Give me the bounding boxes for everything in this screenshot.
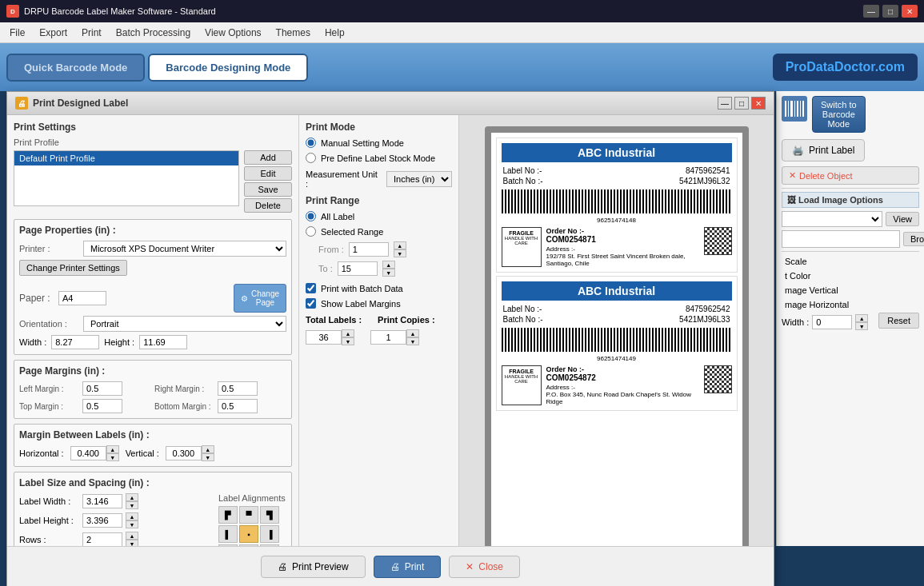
browse-input[interactable] <box>782 230 900 248</box>
print-batch-checkbox[interactable] <box>306 283 316 293</box>
print-label-button[interactable]: 🖨️ Print Label <box>782 139 865 161</box>
add-profile-button[interactable]: Add <box>244 150 292 165</box>
label-width-down[interactable]: ▼ <box>126 501 138 509</box>
change-page-button[interactable]: ⚙ Change Page <box>234 284 286 313</box>
printer-select[interactable]: Microsoft XPS Document Writer <box>83 241 286 257</box>
save-profile-button[interactable]: Save <box>244 182 292 197</box>
maximize-button[interactable]: □ <box>882 5 898 18</box>
label-width-up[interactable]: ▲ <box>126 493 138 501</box>
label1-qr <box>704 227 732 255</box>
horizontal-down-button[interactable]: ▼ <box>106 453 119 461</box>
view-select[interactable] <box>782 211 882 227</box>
barcode-designing-mode-button[interactable]: Barcode Designing Mode <box>148 54 308 82</box>
bottom-margin-input[interactable] <box>218 399 258 413</box>
page-width-input[interactable] <box>51 335 99 349</box>
view-button[interactable]: View <box>886 212 919 226</box>
align-top-right[interactable]: ▜ <box>260 506 279 524</box>
align-mid-center[interactable]: ▪ <box>239 525 258 543</box>
manual-mode-radio[interactable] <box>306 138 316 148</box>
label-height-down[interactable]: ▼ <box>126 520 138 528</box>
vertical-input[interactable] <box>166 446 202 460</box>
dialog-maximize-button[interactable]: □ <box>734 97 749 110</box>
profile-item[interactable]: Default Print Profile <box>14 151 238 165</box>
minimize-button[interactable]: — <box>863 5 879 18</box>
menu-themes[interactable]: Themes <box>270 26 317 40</box>
delete-object-button[interactable]: ✕ Delete Object <box>782 166 919 185</box>
vertical-down-button[interactable]: ▼ <box>202 453 214 461</box>
label2-no-value: 8475962542 <box>686 305 730 313</box>
menu-export[interactable]: Export <box>33 26 74 40</box>
align-top-left[interactable]: ▛ <box>218 506 238 524</box>
horizontal-input[interactable] <box>70 446 106 460</box>
print-copies-input[interactable] <box>370 330 406 345</box>
width-up-button[interactable]: ▲ <box>855 314 868 322</box>
paper-label: Paper : <box>19 293 55 304</box>
dialog-body: Print Settings Print Profile Default Pri… <box>7 115 774 585</box>
total-up[interactable]: ▲ <box>342 329 354 337</box>
manual-mode-row: Manual Setting Mode <box>306 138 452 148</box>
from-down[interactable]: ▼ <box>394 249 406 257</box>
paper-input[interactable] <box>58 291 106 305</box>
width-down-button[interactable]: ▼ <box>855 322 868 330</box>
label1-order: Order No :- COM0254871 Address :- 192/78… <box>546 227 699 267</box>
rows-input[interactable] <box>82 532 122 547</box>
switch-to-barcode-mode-button[interactable]: Switch to Barcode Mode <box>812 96 866 133</box>
titlebar-left: D DRPU Barcode Label Maker Software - St… <box>6 5 216 18</box>
edit-profile-button[interactable]: Edit <box>244 166 292 181</box>
menu-view[interactable]: View Options <box>198 26 267 40</box>
close-app-button[interactable]: ✕ <box>902 5 918 18</box>
align-mid-right[interactable]: ▐ <box>260 525 279 543</box>
print-batch-label: Print with Batch Data <box>321 284 403 293</box>
browse-button[interactable]: Browse <box>903 232 924 246</box>
width-spinner[interactable]: ▲ ▼ <box>855 314 868 330</box>
total-labels-input[interactable] <box>306 330 342 345</box>
delete-profile-button[interactable]: Delete <box>244 198 292 213</box>
menu-file[interactable]: File <box>3 26 31 40</box>
print-settings-title: Print Settings <box>14 122 292 133</box>
reset-button[interactable]: Reset <box>878 313 919 329</box>
load-image-section: 🖼 Load Image Options View Browse Scale <box>782 192 919 330</box>
left-margin-input[interactable] <box>82 381 122 396</box>
copies-up[interactable]: ▲ <box>406 329 419 337</box>
selected-range-radio[interactable] <box>306 226 316 237</box>
orientation-select[interactable]: Portrait <box>83 316 286 332</box>
top-margin-input[interactable] <box>82 399 122 413</box>
menu-print[interactable]: Print <box>75 26 108 40</box>
show-margins-checkbox[interactable] <box>306 298 316 309</box>
to-input[interactable] <box>338 261 378 276</box>
all-label-radio[interactable] <box>306 211 316 221</box>
print-preview-button[interactable]: 🖨 Print Preview <box>261 556 366 578</box>
horizontal-up-button[interactable]: ▲ <box>106 445 119 453</box>
label-height-up[interactable]: ▲ <box>126 512 138 520</box>
align-top-center[interactable]: ▀ <box>239 506 258 524</box>
menu-batch[interactable]: Batch Processing <box>110 26 197 40</box>
label2-no-label: Label No :- <box>503 305 542 313</box>
label2-batch-value: 5421MJ96L33 <box>679 315 730 324</box>
total-down[interactable]: ▼ <box>342 337 354 345</box>
menubar: File Export Print Batch Processing View … <box>0 22 924 43</box>
vertical-up-button[interactable]: ▲ <box>202 445 214 453</box>
label-width-input[interactable] <box>82 494 122 508</box>
print-button[interactable]: 🖨 Print <box>374 556 442 578</box>
change-printer-button[interactable]: Change Printer Settings <box>19 260 127 276</box>
dialog-minimize-button[interactable]: — <box>718 97 732 110</box>
menu-help[interactable]: Help <box>318 26 351 40</box>
quick-barcode-mode-button[interactable]: Quick Barcode Mode <box>6 54 145 82</box>
orientation-label: Orientation : <box>19 319 83 329</box>
rows-up[interactable]: ▲ <box>126 532 138 540</box>
right-margin-input[interactable] <box>218 381 258 396</box>
from-up[interactable]: ▲ <box>394 241 406 249</box>
copies-down[interactable]: ▼ <box>406 337 419 345</box>
predefine-mode-radio[interactable] <box>306 153 316 163</box>
close-dialog-button[interactable]: ✕ Close <box>449 556 520 578</box>
to-up[interactable]: ▲ <box>382 261 395 269</box>
measurement-select[interactable]: Inches (in) <box>386 171 452 187</box>
total-labels-spinner: ▲ ▼ <box>306 329 354 345</box>
dialog-close-button[interactable]: ✕ <box>751 97 766 110</box>
from-input[interactable] <box>349 242 389 257</box>
page-height-input[interactable] <box>139 335 187 349</box>
to-down[interactable]: ▼ <box>382 269 395 277</box>
width-input[interactable] <box>812 315 852 329</box>
label-height-input[interactable] <box>82 513 122 528</box>
align-mid-left[interactable]: ▌ <box>218 525 238 543</box>
